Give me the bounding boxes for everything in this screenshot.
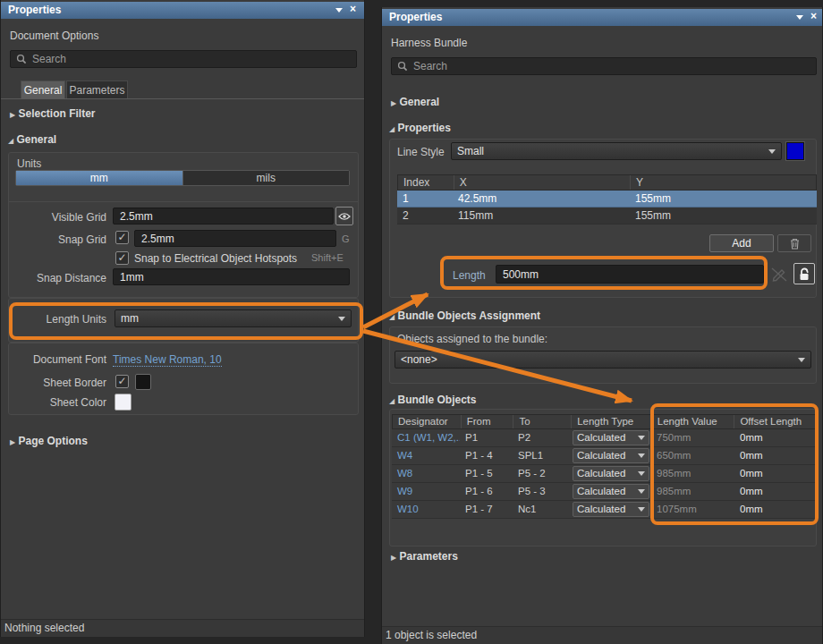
search-icon	[397, 61, 408, 72]
offset-length-cell: 0mm	[734, 429, 817, 446]
section-bundle-objects[interactable]: ◢ Bundle Objects	[389, 394, 477, 406]
left-search-box[interactable]	[10, 50, 357, 68]
length-type-dropdown[interactable]: Calculated	[571, 501, 651, 518]
assignment-label: Objects assigned to the bundle:	[397, 333, 547, 345]
offset-length-cell: 0mm	[734, 483, 817, 500]
edit-disabled-button[interactable]	[770, 267, 788, 283]
length-field[interactable]: 500mm	[496, 265, 764, 284]
length-value-cell: 1075mm	[651, 501, 734, 518]
bundle-table-row[interactable]: C1 (W1, W2,...P1P2Calculated750mm0mm	[392, 429, 817, 447]
chevron-down-icon	[798, 358, 805, 362]
panel-menu-icon[interactable]	[796, 15, 803, 20]
chevron-down-icon	[638, 436, 645, 440]
designator-link[interactable]: C1 (W1, W2,...	[392, 429, 460, 446]
sheet-border-label: Sheet Border	[10, 377, 106, 389]
right-doc-type: Harness Bundle	[391, 37, 467, 49]
visible-grid-visibility-button[interactable]	[335, 207, 353, 225]
chevron-expanded-icon: ◢	[389, 397, 395, 405]
units-mils-button[interactable]: mils	[182, 171, 350, 185]
length-value-cell: 985mm	[651, 465, 734, 482]
assignment-dropdown[interactable]: <none>	[395, 351, 811, 369]
document-font-link[interactable]: Times New Roman, 10	[113, 353, 222, 367]
designator-link[interactable]: W4	[392, 447, 460, 464]
sheet-border-color-swatch[interactable]	[135, 374, 151, 390]
close-icon[interactable]: ×	[810, 8, 817, 25]
chevron-down-icon	[638, 471, 645, 476]
length-value-cell: 750mm	[651, 429, 734, 446]
right-panel-title: Properties	[389, 11, 442, 23]
snap-grid-shortcut: G	[342, 233, 350, 244]
designator-link[interactable]: W9	[392, 483, 460, 500]
section-general-right[interactable]: ▶ General	[391, 96, 439, 108]
right-panel-titlebar: Properties	[382, 9, 822, 26]
visible-grid-label: Visible Grid	[10, 211, 106, 224]
panel-menu-icon[interactable]	[335, 8, 343, 13]
right-search-box[interactable]	[391, 57, 817, 75]
chevron-expanded-icon: ◢	[8, 137, 13, 145]
sheet-border-checkbox[interactable]: ✓	[115, 375, 129, 388]
delete-point-button[interactable]	[777, 234, 811, 252]
right-status-bar: 1 object is selected	[382, 626, 822, 644]
chevron-right-icon: ▶	[10, 111, 15, 119]
left-panel-title: Properties	[8, 4, 61, 16]
offset-length-cell: 0mm	[734, 501, 817, 518]
right-search-input[interactable]	[413, 60, 810, 72]
snap-grid-checkbox[interactable]: ✓	[115, 231, 129, 244]
left-search-input[interactable]	[32, 53, 351, 65]
bundle-table-header: Designator From To Length Type Length Va…	[392, 414, 817, 429]
section-properties-right[interactable]: ◢ Properties	[389, 122, 451, 134]
points-table-row[interactable]: 2 115mm 155mm	[397, 208, 817, 225]
snap-hotspots-checkbox[interactable]: ✓	[115, 251, 129, 265]
lock-button[interactable]	[793, 263, 815, 284]
length-label: Length	[453, 269, 486, 282]
right-properties-panel: Properties × Harness Bundle ▶ General ◢ …	[381, 7, 823, 644]
trash-icon	[790, 238, 800, 250]
offset-length-cell: 0mm	[734, 447, 817, 464]
tab-parameters[interactable]: Parameters	[66, 80, 128, 98]
sheet-color-swatch[interactable]	[115, 394, 132, 411]
designator-link[interactable]: W8	[392, 465, 460, 482]
length-units-dropdown[interactable]: mm	[115, 309, 352, 327]
workspace: Properties × Document Options General Pa…	[0, 0, 823, 644]
search-icon	[16, 54, 27, 64]
points-table-row-selected[interactable]: 1 42.5mm 155mm	[397, 191, 817, 208]
length-type-dropdown[interactable]: Calculated	[571, 429, 651, 446]
offset-length-cell: 0mm	[734, 465, 817, 482]
chevron-right-icon: ▶	[10, 438, 15, 446]
snap-hotspots-label: Snap to Electrical Object Hotspots	[134, 252, 297, 265]
length-type-dropdown[interactable]: Calculated	[571, 447, 651, 464]
bundle-table-row[interactable]: W8P1 - 5P5 - 2Calculated985mm0mm	[392, 465, 817, 483]
length-type-dropdown[interactable]: Calculated	[571, 483, 651, 500]
left-panel-titlebar: Properties	[1, 2, 364, 19]
bundle-objects-table: Designator From To Length Type Length Va…	[392, 414, 817, 519]
chevron-down-icon	[638, 453, 645, 458]
section-parameters[interactable]: ▶ Parameters	[391, 550, 458, 563]
length-value-cell: 985mm	[651, 483, 734, 500]
length-value-cell: 650mm	[651, 447, 734, 464]
units-toggle: mm mils	[15, 170, 350, 186]
snap-grid-field[interactable]: 2.5mm	[134, 230, 336, 247]
chevron-right-icon: ▶	[391, 99, 396, 107]
bundle-table-row[interactable]: W10P1 - 7Nc1Calculated1075mm0mm	[392, 501, 817, 519]
snap-distance-field[interactable]: 1mm	[113, 268, 350, 285]
line-color-swatch[interactable]	[786, 142, 804, 160]
tab-general[interactable]: General	[21, 80, 65, 98]
units-mm-button[interactable]: mm	[16, 171, 182, 185]
points-table-header: Index X Y	[397, 174, 817, 191]
to-cell: P5 - 3	[513, 483, 571, 500]
length-type-dropdown[interactable]: Calculated	[571, 465, 651, 482]
bundle-table-row[interactable]: W9P1 - 6P5 - 3Calculated985mm0mm	[392, 483, 817, 501]
section-general[interactable]: ◢ General	[8, 133, 56, 146]
chevron-down-icon	[638, 507, 645, 512]
bundle-table-row[interactable]: W4P1 - 4SPL1Calculated650mm0mm	[392, 447, 817, 465]
section-selection-filter[interactable]: ▶ Selection Filter	[10, 107, 96, 120]
add-button[interactable]: Add	[709, 234, 774, 252]
to-cell: P5 - 2	[513, 465, 571, 482]
left-status-bar: Nothing selected	[1, 619, 364, 637]
section-bundle-assignment[interactable]: ◢ Bundle Objects Assignment	[389, 309, 540, 322]
line-style-dropdown[interactable]: Small	[451, 142, 782, 160]
close-icon[interactable]: ×	[350, 1, 356, 18]
designator-link[interactable]: W10	[392, 501, 460, 518]
visible-grid-field[interactable]: 2.5mm	[113, 208, 334, 225]
section-page-options[interactable]: ▶ Page Options	[10, 435, 88, 447]
